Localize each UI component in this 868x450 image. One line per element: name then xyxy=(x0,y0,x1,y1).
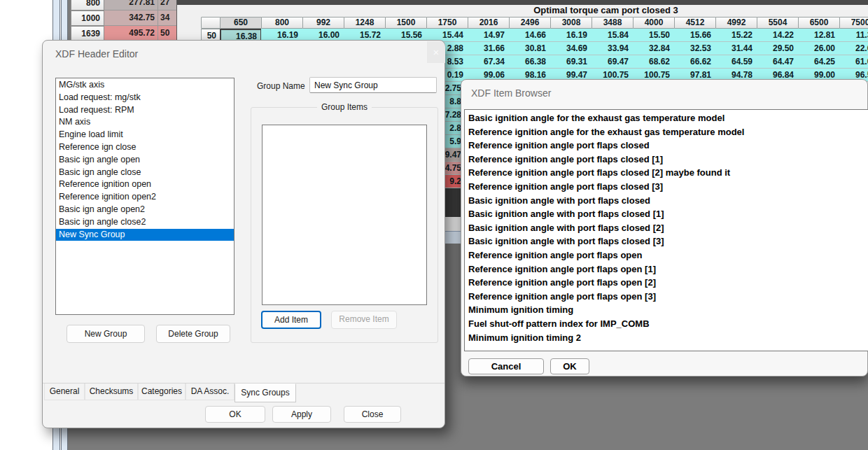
table-cell[interactable]: 16.19 xyxy=(550,29,592,42)
list-item[interactable]: Reference ignition angle port flaps open… xyxy=(465,276,868,290)
table-cell[interactable]: 61.09 xyxy=(839,55,868,69)
ok-button[interactable]: OK xyxy=(205,406,265,423)
column-header[interactable]: 2016 xyxy=(468,17,510,29)
column-header[interactable]: 1248 xyxy=(344,17,386,29)
table-cell[interactable]: 26.00 xyxy=(798,42,840,55)
list-item[interactable]: NM axis xyxy=(56,116,234,129)
axis-label-cell[interactable]: 800 xyxy=(71,0,104,10)
list-item[interactable]: New Sync Group xyxy=(56,229,234,241)
list-item[interactable]: Basic ign angle close xyxy=(56,167,234,179)
table-cell[interactable]: 15.50 xyxy=(633,29,675,42)
column-header[interactable]: 5504 xyxy=(757,17,799,29)
column-header[interactable]: 800 xyxy=(261,17,303,29)
ok-button[interactable]: OK xyxy=(550,358,589,374)
list-item[interactable]: Reference ignition angle port flaps open… xyxy=(465,290,868,304)
close-button[interactable]: Close xyxy=(344,406,401,423)
group-name-input[interactable] xyxy=(309,77,437,93)
column-header[interactable]: 1750 xyxy=(426,17,468,29)
close-icon[interactable]: × xyxy=(427,41,445,63)
list-item[interactable]: Basic ign angle open xyxy=(56,154,234,167)
list-item[interactable]: Load request: RPM xyxy=(56,104,234,117)
list-item[interactable]: Fuel shut-off pattern index for IMP_COMB xyxy=(465,317,868,331)
tab-general[interactable]: General xyxy=(44,384,85,400)
table-cell[interactable]: 14.97 xyxy=(468,29,510,42)
table-cell[interactable]: 66.38 xyxy=(509,55,551,69)
list-item[interactable]: Basic ignition angle for the exhaust gas… xyxy=(465,111,868,125)
table-cell[interactable]: 32.84 xyxy=(633,42,675,55)
list-item[interactable]: Basic ign angle open2 xyxy=(56,204,234,216)
table-cell[interactable]: 67.34 xyxy=(468,55,510,69)
table-cell[interactable]: 69.31 xyxy=(550,55,592,69)
column-header[interactable]: 650 xyxy=(220,17,262,29)
table-cell[interactable]: 15.22 xyxy=(715,29,757,42)
list-item[interactable]: Minimum ignition timing 2 xyxy=(465,331,868,345)
table-cell[interactable]: 15.66 xyxy=(674,29,716,42)
axis-label-cell[interactable]: 1639 xyxy=(71,26,104,41)
list-item[interactable]: MG/stk axis xyxy=(56,79,234,92)
table-cell[interactable]: 66.62 xyxy=(674,55,716,69)
column-header[interactable]: 2496 xyxy=(509,17,551,29)
list-item[interactable]: Reference ignition angle for the exhaust… xyxy=(465,125,868,139)
list-item[interactable]: Reference ignition angle port flaps open… xyxy=(465,262,868,276)
table-cell[interactable]: 64.59 xyxy=(715,55,757,69)
table-cell[interactable]: 14.66 xyxy=(509,29,551,42)
list-item[interactable]: Engine load limit xyxy=(56,129,234,141)
table-cell[interactable]: 14.22 xyxy=(757,29,799,42)
table-cell[interactable]: 34.69 xyxy=(550,42,592,55)
table-cell[interactable]: 31.44 xyxy=(715,42,757,55)
remove-item-button[interactable]: Remove Item xyxy=(331,311,397,329)
column-header[interactable]: 4000 xyxy=(633,17,675,29)
list-item[interactable]: Basic ignition angle with port flaps clo… xyxy=(465,221,868,235)
table-cell[interactable]: 15.84 xyxy=(592,29,634,42)
table-cell[interactable]: 64.25 xyxy=(798,55,840,69)
table-cell[interactable]: 22.62 xyxy=(839,42,868,55)
list-item[interactable]: Reference ign close xyxy=(56,141,234,154)
table-cell[interactable]: 29.50 xyxy=(757,42,799,55)
list-item[interactable]: Basic ignition angle with port flaps clo… xyxy=(465,194,868,208)
column-header[interactable]: 4512 xyxy=(674,17,716,29)
list-item[interactable]: Reference ignition open2 xyxy=(56,191,234,204)
tab-checksums[interactable]: Checksums xyxy=(85,384,138,400)
table-cell[interactable]: 69.47 xyxy=(592,55,634,69)
table-cell[interactable]: 31.66 xyxy=(468,42,510,55)
table-cell[interactable]: 68.62 xyxy=(633,55,675,69)
list-item[interactable]: Reference ignition angle port flaps clos… xyxy=(465,166,868,180)
value-cell[interactable]: 34 xyxy=(158,10,176,26)
table-cell[interactable]: 12.81 xyxy=(798,29,840,42)
list-item[interactable]: Reference ignition angle port flaps clos… xyxy=(465,139,868,153)
value-cell[interactable]: 277.81 xyxy=(104,0,158,10)
cancel-button[interactable]: Cancel xyxy=(468,358,544,374)
table-cell[interactable]: 32.53 xyxy=(674,42,716,55)
column-header[interactable]: 1500 xyxy=(385,17,427,29)
tab-da-assoc-[interactable]: DA Assoc. xyxy=(186,384,234,400)
delete-group-button[interactable]: Delete Group xyxy=(156,325,230,343)
sync-groups-listbox[interactable]: MG/stk axisLoad request: mg/stkLoad requ… xyxy=(55,78,234,315)
value-cell[interactable]: 50 xyxy=(158,26,176,41)
list-item[interactable]: Reference ignition angle port flaps open xyxy=(465,248,868,262)
column-header[interactable]: 992 xyxy=(302,17,344,29)
list-item[interactable]: Reference ignition angle port flaps clos… xyxy=(465,180,868,194)
list-item[interactable]: Minimum ignition timing xyxy=(465,303,868,317)
table-cell[interactable]: 33.94 xyxy=(592,42,634,55)
list-item[interactable]: Basic ignition angle with port flaps clo… xyxy=(465,234,868,248)
tab-sync-groups[interactable]: Sync Groups xyxy=(234,384,296,402)
group-items-listbox[interactable] xyxy=(262,125,427,305)
apply-button[interactable]: Apply xyxy=(272,406,331,423)
list-item[interactable]: Reference ignition open xyxy=(56,178,234,191)
table-cell[interactable]: 64.47 xyxy=(757,55,799,69)
column-header[interactable]: 3008 xyxy=(550,17,592,29)
column-header[interactable]: 4992 xyxy=(715,17,757,29)
list-item[interactable]: Basic ignition angle with port flaps clo… xyxy=(465,207,868,221)
value-cell[interactable]: 495.72 xyxy=(104,26,158,41)
list-item[interactable]: Basic ign angle close2 xyxy=(56,216,234,229)
item-browser-listbox[interactable]: Basic ignition angle for the exhaust gas… xyxy=(464,109,868,351)
tab-categories[interactable]: Categories xyxy=(138,384,186,400)
column-header[interactable]: 3488 xyxy=(592,17,634,29)
value-cell[interactable]: 27 xyxy=(158,0,176,10)
list-item[interactable]: Load request: mg/stk xyxy=(56,92,234,104)
table-cell[interactable]: 30.81 xyxy=(509,42,551,55)
new-group-button[interactable]: New Group xyxy=(66,325,145,343)
axis-label-cell[interactable]: 1000 xyxy=(71,10,104,26)
column-header[interactable]: 6500 xyxy=(798,17,840,29)
column-header-corner[interactable] xyxy=(201,17,220,29)
